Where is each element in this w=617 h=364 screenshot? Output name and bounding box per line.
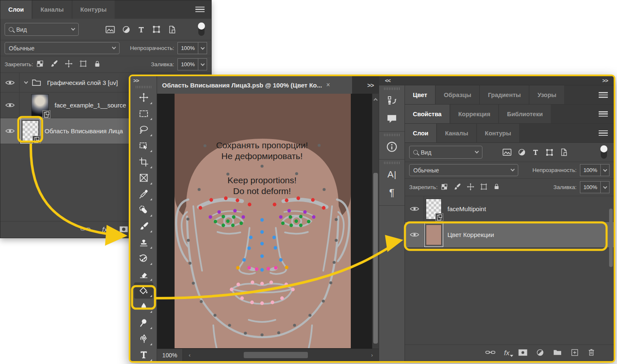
paragraph-panel-icon[interactable]: ¶: [379, 184, 405, 202]
lock-transparency-icon[interactable]: [36, 60, 44, 69]
fill-value[interactable]: 100%: [177, 58, 198, 70]
new-group-button[interactable]: [553, 349, 562, 357]
fill-dropdown[interactable]: [198, 58, 207, 70]
tool-move[interactable]: [134, 90, 153, 106]
toolbar-expand-icon[interactable]: >>: [130, 76, 139, 84]
tool-object-selection[interactable]: [134, 138, 153, 154]
tool-blur[interactable]: [134, 299, 153, 315]
panel-menu-icon[interactable]: [195, 7, 205, 12]
visibility-toggle[interactable]: [405, 222, 424, 247]
add-adjustment-button[interactable]: [536, 349, 544, 358]
lock-position-icon[interactable]: [65, 60, 73, 69]
opacity-value[interactable]: 100%: [177, 42, 198, 54]
add-mask-button[interactable]: [518, 349, 527, 357]
blend-mode-select[interactable]: Обычные: [409, 164, 518, 176]
tool-pen[interactable]: [134, 331, 153, 347]
tab-patterns[interactable]: Узоры: [530, 85, 564, 104]
layer-thumbnail-highlighted[interactable]: [22, 120, 39, 142]
link-layers-icon[interactable]: [485, 349, 495, 357]
lock-transparency-icon[interactable]: [441, 183, 448, 192]
tab-adjustments[interactable]: Коррекция: [450, 105, 498, 123]
tool-crop[interactable]: [134, 154, 153, 170]
history-panel-icon[interactable]: [379, 91, 405, 110]
tab-libraries[interactable]: Библиотеки: [499, 105, 551, 123]
panel-scroll-thumb[interactable]: [609, 209, 613, 267]
layer-filter-select[interactable]: Вид: [5, 23, 79, 36]
tool-healing-brush[interactable]: [134, 202, 153, 218]
smart-object-filter-icon[interactable]: [560, 148, 568, 157]
tab-layers[interactable]: Слои: [405, 124, 436, 142]
layer-effects-button[interactable]: fx: [504, 349, 510, 357]
opacity-value[interactable]: 100%: [580, 164, 601, 176]
tabbar-overflow-icon[interactable]: >>: [367, 82, 374, 89]
layer-thumbnail[interactable]: [31, 94, 49, 117]
tab-channels[interactable]: Каналы: [437, 124, 476, 142]
filter-toggle[interactable]: [198, 23, 205, 36]
tool-paint-bucket[interactable]: [134, 282, 153, 299]
image-filter-icon[interactable]: [105, 25, 115, 34]
delete-layer-button[interactable]: [587, 348, 595, 358]
shape-filter-icon[interactable]: [152, 25, 161, 34]
layer-name[interactable]: face_example_1__source: [55, 102, 126, 109]
visibility-toggle[interactable]: [405, 196, 424, 222]
tab-color[interactable]: Цвет: [405, 85, 435, 104]
tab-gradients[interactable]: Градиенты: [480, 85, 529, 104]
filter-toggle[interactable]: [601, 146, 607, 159]
strip-grip[interactable]: [384, 162, 400, 164]
group-expand-icon[interactable]: [24, 80, 28, 84]
layer-row-facemultipoint[interactable]: faceMultipoint: [405, 196, 614, 222]
layer-thumbnail[interactable]: [426, 199, 442, 219]
tool-brush[interactable]: [134, 218, 153, 234]
zoom-level[interactable]: 100%: [157, 349, 183, 361]
layer-effects-button[interactable]: fx: [102, 226, 107, 234]
adjustment-filter-icon[interactable]: [122, 25, 130, 34]
scroll-left-icon[interactable]: ‹: [183, 352, 196, 358]
blend-mode-select[interactable]: Обычные: [5, 42, 120, 54]
panel-menu-icon[interactable]: [599, 130, 608, 136]
tool-frame[interactable]: [134, 170, 153, 186]
info-panel-icon[interactable]: [379, 137, 405, 156]
opacity-dropdown[interactable]: [601, 164, 610, 176]
collapse-dock-icon[interactable]: <<: [385, 77, 390, 84]
tab-properties[interactable]: Свойства: [405, 105, 450, 123]
panel-menu-icon[interactable]: [599, 92, 608, 98]
document-canvas[interactable]: Сохранять пропорции! Не деформировать! K…: [157, 94, 379, 349]
lock-pixels-icon[interactable]: [50, 60, 58, 69]
lock-all-icon[interactable]: [493, 183, 500, 192]
horizontal-scrollbar[interactable]: [196, 349, 365, 361]
link-layers-icon[interactable]: [80, 226, 90, 233]
tool-clone-stamp[interactable]: [134, 234, 153, 250]
tool-eyedropper[interactable]: [134, 186, 153, 202]
visibility-toggle[interactable]: [0, 73, 20, 92]
fill-dropdown[interactable]: [601, 181, 610, 193]
lock-pixels-icon[interactable]: [453, 183, 461, 192]
layer-filter-select[interactable]: Вид: [409, 146, 482, 159]
tool-lasso[interactable]: [134, 122, 153, 138]
tool-eraser[interactable]: [134, 267, 153, 283]
type-filter-icon[interactable]: [137, 25, 145, 34]
strip-grip[interactable]: [384, 134, 400, 136]
expand-dock-icon[interactable]: >>: [602, 77, 608, 84]
type-filter-icon[interactable]: [532, 148, 539, 156]
tool-dodge[interactable]: [134, 314, 153, 331]
lock-all-icon[interactable]: [94, 60, 101, 69]
horizontal-scroll-thumb[interactable]: [244, 352, 308, 358]
layer-thumbnail-highlighted[interactable]: [426, 224, 442, 245]
add-mask-button[interactable]: [119, 226, 128, 234]
tab-paths[interactable]: Контуры: [72, 0, 115, 19]
tab-swatches[interactable]: Образцы: [436, 85, 479, 104]
close-tab-icon[interactable]: ×: [326, 81, 330, 89]
layer-row-color-correction[interactable]: Цвет Коррекции: [405, 222, 614, 248]
lock-artboard-icon[interactable]: [79, 60, 87, 69]
fill-value[interactable]: 100%: [580, 181, 601, 193]
new-layer-button[interactable]: [571, 349, 579, 358]
tab-layers[interactable]: Слои: [0, 0, 32, 19]
tool-marquee[interactable]: [134, 106, 153, 122]
visibility-toggle[interactable]: [0, 92, 20, 118]
image-filter-icon[interactable]: [502, 148, 512, 156]
tab-paths[interactable]: Контуры: [477, 124, 519, 142]
lock-artboard-icon[interactable]: [480, 183, 488, 192]
opacity-dropdown[interactable]: [198, 42, 207, 54]
shape-filter-icon[interactable]: [545, 148, 554, 157]
layer-name[interactable]: Графический слой 3 [uv]: [47, 79, 118, 86]
